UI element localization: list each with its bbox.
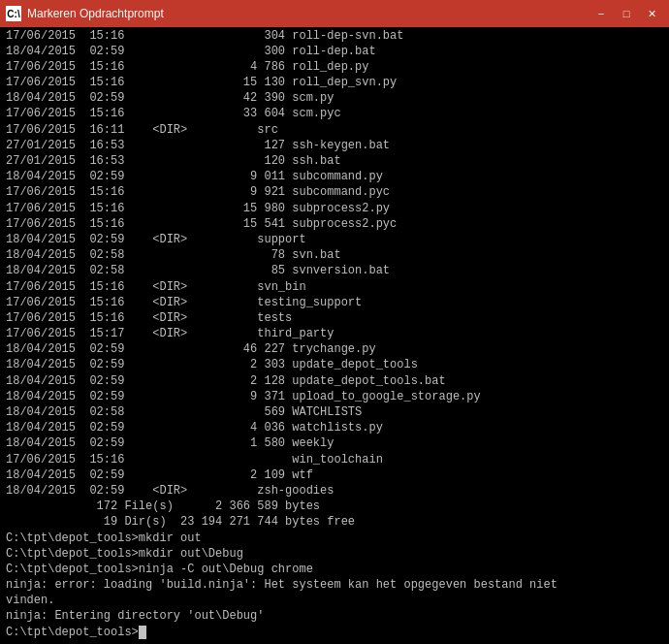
terminal-line: 17/06/2015 15:16 304 roll-dep-svn.bat	[6, 28, 663, 44]
terminal-line: 18/04/2015 02:59 4 036 watchlists.py	[6, 420, 663, 435]
terminal-line: C:\tpt\depot_tools>mkdir out	[6, 531, 663, 546]
terminal-line: 18/04/2015 02:59 <DIR> zsh-goodies	[6, 483, 663, 499]
terminal-line: 17/06/2015 15:16 9 921 subcommand.pyc	[6, 184, 663, 200]
terminal-line: 19 Dir(s) 23 194 271 744 bytes free	[6, 514, 663, 530]
terminal-line: vinden.	[6, 593, 663, 608]
terminal-line: 18/04/2015 02:59 42 390 scm.py	[6, 90, 663, 106]
terminal-line: C:\tpt\depot_tools>mkdir out\Debug	[6, 546, 663, 562]
terminal-line: 17/06/2015 15:16 33 604 scm.pyc	[6, 106, 663, 121]
minimize-button[interactable]: −	[589, 5, 613, 22]
terminal-line: 18/04/2015 02:58 569 WATCHLISTS	[6, 404, 663, 420]
terminal-line: 18/04/2015 02:59 1 580 weekly	[6, 435, 663, 451]
terminal-line: 18/04/2015 02:59 <DIR> support	[6, 232, 663, 247]
maximize-button[interactable]: □	[615, 5, 638, 22]
terminal-line: 17/06/2015 15:16 4 786 roll_dep.py	[6, 59, 663, 75]
terminal-line: 17/06/2015 15:16 <DIR> testing_support	[6, 295, 663, 310]
terminal-line: 172 File(s) 2 366 589 bytes	[6, 499, 663, 514]
close-button[interactable]: ✕	[640, 5, 663, 22]
terminal-line: 17/06/2015 15:16 15 980 subprocess2.py	[6, 201, 663, 216]
cursor	[139, 626, 146, 639]
terminal-line: 27/01/2015 16:53 120 ssh.bat	[6, 153, 663, 169]
terminal-line: 27/01/2015 16:53 127 ssh-keygen.bat	[6, 138, 663, 153]
terminal-line: C:\tpt\depot_tools>	[6, 625, 663, 640]
terminal-line: 17/06/2015 15:16 15 130 roll_dep_svn.py	[6, 75, 663, 90]
terminal-line: 18/04/2015 02:59 300 roll-dep.bat	[6, 44, 663, 59]
terminal-line: 18/04/2015 02:59 9 011 subcommand.py	[6, 169, 663, 184]
titlebar: C:\ Markeren Opdrachtprompt − □ ✕	[0, 0, 669, 27]
terminal-icon: C:\	[6, 6, 21, 21]
terminal-line: 18/04/2015 02:59 2 303 update_depot_tool…	[6, 357, 663, 372]
terminal-line: 18/04/2015 02:59 2 128 update_depot_tool…	[6, 373, 663, 389]
terminal-window[interactable]: 18/04/2015 02:58 1 748 README.git-cl18/0…	[0, 27, 669, 644]
terminal-line: 18/04/2015 02:59 9 371 upload_to_google_…	[6, 389, 663, 404]
terminal-line: 17/06/2015 15:16 <DIR> svn_bin	[6, 279, 663, 295]
terminal-line: 17/06/2015 16:11 <DIR> src	[6, 122, 663, 138]
terminal-line: 17/06/2015 15:16 <DIR> tests	[6, 310, 663, 326]
titlebar-controls: − □ ✕	[589, 5, 663, 22]
terminal-line: ninja: Entering directory 'out\Debug'	[6, 608, 663, 624]
terminal-line: 18/04/2015 02:58 85 svnversion.bat	[6, 263, 663, 278]
terminal-line: 18/04/2015 02:59 2 109 wtf	[6, 467, 663, 483]
titlebar-left: C:\ Markeren Opdrachtprompt	[6, 6, 164, 21]
terminal-line: 17/06/2015 15:17 <DIR> third_party	[6, 326, 663, 341]
terminal-line: C:\tpt\depot_tools>ninja -C out\Debug ch…	[6, 562, 663, 577]
terminal-line: 17/06/2015 15:16 win_toolchain	[6, 452, 663, 467]
terminal-line: ninja: error: loading 'build.ninja': Het…	[6, 577, 663, 593]
terminal-line: 17/06/2015 15:16 15 541 subprocess2.pyc	[6, 216, 663, 232]
terminal-line: 18/04/2015 02:58 78 svn.bat	[6, 247, 663, 263]
titlebar-title: Markeren Opdrachtprompt	[27, 7, 164, 20]
terminal-line: 18/04/2015 02:59 46 227 trychange.py	[6, 341, 663, 357]
